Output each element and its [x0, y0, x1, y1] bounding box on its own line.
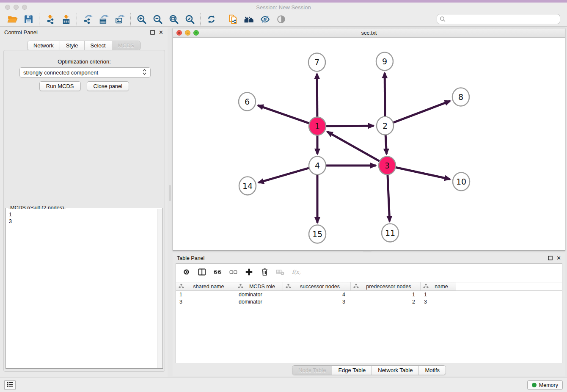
export-network-icon[interactable] [80, 13, 96, 25]
show-all-columns-icon[interactable] [213, 268, 222, 276]
edge-2-8[interactable] [393, 101, 450, 123]
close-window-button[interactable] [5, 5, 10, 10]
toolbar-icons [4, 13, 289, 25]
column-header-MCDS-role[interactable]: MCDS role [235, 282, 283, 290]
minimize-window-button[interactable] [14, 5, 19, 10]
open-session-icon[interactable] [4, 13, 20, 25]
export-image-icon[interactable] [112, 13, 128, 25]
close-table-panel-icon[interactable]: ✕ [556, 255, 561, 261]
edge-3-10[interactable] [396, 167, 450, 179]
tab-motifs[interactable]: Motifs [418, 366, 446, 375]
zoom-selected-icon[interactable] [182, 13, 198, 25]
horizontal-splitter-handle[interactable] [363, 251, 372, 252]
graph-node-15[interactable]: 15 [309, 225, 326, 243]
svg-text:3: 3 [385, 161, 390, 170]
column-header-predecessor-nodes[interactable]: predecessor nodes [351, 282, 421, 290]
criterion-select-value: strongly connected component [23, 69, 142, 76]
import-table-icon[interactable] [58, 13, 74, 25]
graph-node-2[interactable]: 2 [377, 117, 394, 135]
toggle-style-icon[interactable] [257, 13, 273, 25]
close-panel-button[interactable]: Close panel [87, 81, 129, 91]
edge-1-6[interactable] [258, 105, 309, 123]
graph-node-3[interactable]: 3 [379, 157, 396, 175]
graph-node-1[interactable]: 1 [309, 117, 326, 135]
split-panel-icon[interactable] [198, 268, 206, 276]
network-graph[interactable]: 7968124314101511 [173, 38, 565, 250]
vertical-splitter-handle[interactable] [169, 185, 171, 201]
tab-network-table[interactable]: Network Table [372, 366, 418, 375]
edge-2-3[interactable] [385, 134, 387, 154]
run-mcds-button[interactable]: Run MCDS [39, 81, 81, 91]
tab-select[interactable]: Select [84, 41, 112, 50]
tab-node-table[interactable]: Node Table [292, 366, 332, 375]
table-row[interactable]: 3dominator323 [176, 298, 562, 305]
table-cell[interactable]: 1 [176, 292, 235, 298]
graph-node-11[interactable]: 11 [382, 224, 399, 242]
network-canvas[interactable]: 7968124314101511 [173, 38, 565, 250]
zoom-window-button[interactable] [22, 5, 27, 10]
network-close-button[interactable]: × [176, 30, 182, 36]
tab-style[interactable]: Style [60, 41, 84, 50]
edge-3-11[interactable] [388, 174, 390, 221]
column-header-name[interactable]: name [421, 282, 456, 290]
function-builder-icon: f(x) [292, 268, 300, 276]
tab-edge-table[interactable]: Edge Table [332, 366, 372, 375]
table-cell[interactable]: 3 [421, 299, 456, 305]
float-table-panel-icon[interactable] [548, 256, 553, 260]
table-settings-icon[interactable] [182, 268, 191, 276]
table-cell[interactable]: dominator [235, 299, 283, 305]
network-minimize-button[interactable]: − [185, 30, 190, 36]
float-panel-icon[interactable] [150, 30, 155, 35]
table-cell[interactable]: 4 [283, 292, 351, 298]
graph-node-8[interactable]: 8 [452, 88, 469, 106]
table-row[interactable]: 1dominator411 [176, 291, 562, 298]
table-cell[interactable]: 1 [421, 292, 456, 298]
graph-node-7[interactable]: 7 [308, 53, 325, 72]
search-input[interactable] [437, 14, 560, 24]
graph-node-4[interactable]: 4 [309, 157, 326, 175]
svg-text:8: 8 [458, 92, 463, 102]
edge-1-2[interactable] [326, 126, 374, 126]
create-column-icon[interactable] [245, 268, 253, 276]
tab-network[interactable]: Network [28, 41, 60, 50]
graph-node-6[interactable]: 6 [239, 93, 256, 111]
tab-mcds[interactable]: MCDS [112, 41, 140, 50]
mcds-result-list[interactable]: 13 [6, 209, 157, 368]
table-cell[interactable]: 1 [351, 292, 421, 298]
graph-node-9[interactable]: 9 [376, 52, 393, 71]
toolbar-separator [39, 13, 39, 25]
column-header-successor-nodes[interactable]: successor nodes [283, 282, 351, 290]
graph-node-14[interactable]: 14 [239, 177, 256, 195]
zoom-out-icon[interactable] [149, 13, 165, 25]
table-cell[interactable]: 3 [176, 299, 235, 305]
column-header-shared-name[interactable]: shared name [176, 282, 235, 290]
column-header-label: shared name [184, 284, 233, 290]
table-cell[interactable]: 2 [351, 299, 421, 305]
graph-node-10[interactable]: 10 [453, 173, 470, 191]
preview-eye-icon[interactable] [273, 13, 289, 25]
edge-1-7[interactable] [317, 74, 317, 118]
result-scrollbar[interactable] [157, 209, 162, 368]
edge-3-1[interactable] [328, 132, 380, 161]
edge-2-9[interactable] [385, 73, 385, 117]
memory-button[interactable]: Memory [527, 380, 563, 390]
close-panel-icon[interactable]: ✕ [159, 30, 163, 35]
zoom-in-icon[interactable] [133, 13, 149, 25]
home-layout-icon[interactable] [241, 13, 257, 25]
delete-column-icon[interactable] [260, 268, 269, 276]
import-network-icon[interactable] [42, 13, 58, 25]
task-history-button[interactable] [4, 380, 16, 390]
table-cell[interactable]: 3 [283, 299, 351, 305]
network-maximize-button[interactable]: + [193, 30, 199, 36]
edge-4-14[interactable] [259, 168, 309, 183]
network-window-titlebar[interactable]: × − + scc.txt [173, 28, 565, 38]
refresh-view-icon[interactable] [203, 13, 219, 25]
duplicate-network-icon[interactable] [225, 13, 241, 25]
column-header-label: name [429, 284, 454, 290]
hide-all-columns-icon[interactable] [229, 268, 238, 276]
save-session-icon[interactable] [20, 13, 36, 25]
criterion-select[interactable]: strongly connected component [19, 67, 151, 77]
table-cell[interactable]: dominator [235, 292, 283, 298]
zoom-fit-icon[interactable] [165, 13, 182, 25]
export-table-icon[interactable] [96, 13, 112, 25]
